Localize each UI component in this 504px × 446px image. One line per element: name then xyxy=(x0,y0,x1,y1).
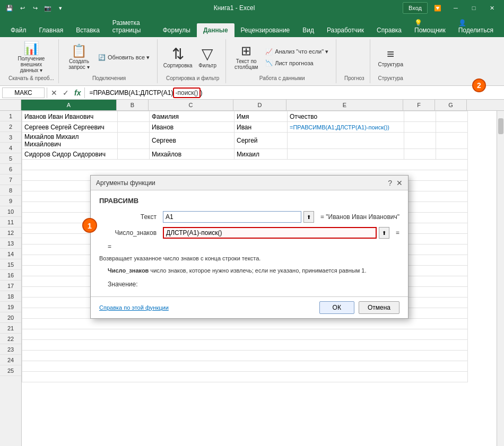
filter-button[interactable]: ▽ Фильтр xyxy=(194,41,221,73)
cell-g2[interactable] xyxy=(436,122,468,133)
maximize-button[interactable]: □ xyxy=(466,3,482,13)
table-row: Сидоров Сидор Сидорович Михайлов Михаил xyxy=(22,149,468,160)
cell-b1[interactable] xyxy=(118,111,150,122)
table-row xyxy=(22,329,468,340)
dialog-param-name: Число_знаков xyxy=(108,267,149,274)
col-header-c[interactable]: C xyxy=(149,100,233,110)
row-header-7: 7 xyxy=(0,174,21,185)
cell-f4[interactable] xyxy=(404,149,436,160)
share-button[interactable]: 👤 Поделиться xyxy=(452,16,500,37)
tab-insert[interactable]: Вставка xyxy=(69,23,106,37)
undo-icon[interactable]: ↩ xyxy=(17,3,28,13)
cell-e4[interactable] xyxy=(288,149,404,160)
save-icon[interactable]: 💾 xyxy=(4,3,15,13)
tab-formulas[interactable]: Формулы xyxy=(157,23,197,37)
confirm-formula-button[interactable]: ✓ xyxy=(61,89,71,97)
row-header-3: 3 xyxy=(0,132,21,143)
col-header-e[interactable]: E xyxy=(286,100,403,110)
cell-d3[interactable]: Сергей xyxy=(234,133,288,149)
redo-icon[interactable]: ↪ xyxy=(30,3,40,13)
dialog-help-icon[interactable]: ? xyxy=(388,179,392,187)
cell-f1[interactable] xyxy=(404,111,436,122)
text-to-columns-button[interactable]: ⊞ Текст по столбцам xyxy=(232,41,260,73)
cell-g1[interactable] xyxy=(436,111,468,122)
col-header-g[interactable]: G xyxy=(435,100,467,110)
minimize-button[interactable]: ─ xyxy=(448,3,464,13)
cell-a4[interactable]: Сидоров Сидор Сидорович xyxy=(22,149,118,160)
get-external-data-button[interactable]: 📊 Получение внешних данных ▾ xyxy=(18,41,45,73)
row-header-8: 8 xyxy=(0,185,21,196)
row-header-18: 18 xyxy=(0,291,21,302)
tab-file[interactable]: Файл xyxy=(4,23,33,37)
formula-bar: ✕ ✓ fx =ПРАВСИМВ(А1;ДЛСТР(А1)-поиск()) 2 xyxy=(0,86,504,100)
insert-function-button[interactable]: fx xyxy=(73,89,82,97)
cell-a2[interactable]: Сергеев Сергей Сергеевич xyxy=(22,122,118,133)
dialog-chars-result: = xyxy=(396,229,399,237)
cell-f2[interactable] xyxy=(404,122,436,133)
cell-e1[interactable]: Отчество xyxy=(288,111,404,122)
col-header-a[interactable]: A xyxy=(21,100,117,110)
cell-e2[interactable]: =ПРАВСИМВ(А1;ДЛСТР(А1)-поиск()) xyxy=(288,122,404,133)
col-header-d[interactable]: D xyxy=(233,100,286,110)
name-box[interactable] xyxy=(2,88,45,98)
dialog-text-input[interactable] xyxy=(163,211,301,223)
what-if-button[interactable]: 📈 Анализ "что если" ▾ xyxy=(262,47,332,57)
cell-b4[interactable] xyxy=(118,149,150,160)
col-header-b[interactable]: B xyxy=(117,100,149,110)
dialog-close-icon[interactable]: ✕ xyxy=(396,179,403,187)
cell-d4[interactable]: Михаил xyxy=(234,149,288,160)
forecast-sheet-button[interactable]: 📉 Лист прогноза xyxy=(262,58,332,68)
tab-assistant[interactable]: 💡 Помощник xyxy=(408,16,452,37)
cell-d1[interactable]: Имя xyxy=(234,111,288,122)
cell-e3[interactable] xyxy=(288,133,404,149)
row-header-9: 9 xyxy=(0,196,21,206)
tab-home[interactable]: Главная xyxy=(33,23,70,37)
dialog-chars-input[interactable] xyxy=(163,227,377,239)
cancel-formula-button[interactable]: ✕ xyxy=(49,89,59,97)
dialog-text-collapse-btn[interactable]: ⬆ xyxy=(303,211,314,223)
autosave-icon[interactable]: 📷 xyxy=(42,3,53,13)
dialog-cancel-button[interactable]: Отмена xyxy=(359,301,399,314)
cell-c3[interactable]: Сергеев xyxy=(150,133,234,149)
dropdown-icon[interactable]: ▾ xyxy=(55,3,66,13)
cell-g3[interactable] xyxy=(436,133,468,149)
col-header-f[interactable]: F xyxy=(403,100,435,110)
function-arguments-dialog[interactable]: Аргументы функции ? ✕ ПРАВСИМВ Текст ⬆ =… xyxy=(90,175,409,319)
cell-c1[interactable]: Фамилия xyxy=(150,111,234,122)
ribbon-collapse-button[interactable]: 🔽 xyxy=(430,3,446,13)
tab-view[interactable]: Вид xyxy=(296,23,320,37)
table-row xyxy=(22,372,468,382)
tab-data[interactable]: Данные xyxy=(197,23,234,37)
sort-button[interactable]: ⇅ Сортировка xyxy=(164,41,192,73)
title-bar-right: Вход 🔽 ─ □ ✕ xyxy=(403,2,500,14)
create-query-icon: 📋 xyxy=(71,45,87,57)
ribbon-tabs: Файл Главная Вставка Разметка страницы Ф… xyxy=(0,16,504,37)
dialog-help-link[interactable]: Справка по этой функции xyxy=(99,304,169,311)
cell-b3[interactable] xyxy=(118,133,150,149)
create-query-button[interactable]: 📋 Создать запрос ▾ xyxy=(65,41,93,73)
cell-c4[interactable]: Михайлов xyxy=(150,149,234,160)
cell-g4[interactable] xyxy=(436,149,468,160)
cell-f3[interactable] xyxy=(404,133,436,149)
cell-b2[interactable] xyxy=(118,122,150,133)
cell-c2[interactable]: Иванов xyxy=(150,122,234,133)
cell-a3[interactable]: Михайлов Михаил Михайлович xyxy=(22,133,118,149)
dialog-value-label: Значение: xyxy=(99,281,138,288)
row-header-10: 10 xyxy=(0,206,21,217)
close-button[interactable]: ✕ xyxy=(484,3,500,13)
cell-a1[interactable]: Иванов Иван Иванович xyxy=(22,111,118,122)
tab-help[interactable]: Справка xyxy=(370,23,408,37)
vertical-scrollbar[interactable] xyxy=(497,111,504,446)
formula-display[interactable]: =ПРАВСИМВ(А1;ДЛСТР(А1)-поиск()) 2 xyxy=(87,88,502,98)
structure-button[interactable]: ≡ Структура xyxy=(377,41,404,73)
group-structure-label: Структура xyxy=(378,74,403,81)
dialog-footer: Справка по этой функции ОК Отмена xyxy=(91,296,408,318)
refresh-all-button[interactable]: 🔄 Обновить все ▾ xyxy=(95,53,153,63)
tab-developer[interactable]: Разработчик xyxy=(320,23,370,37)
tab-review[interactable]: Рецензирование xyxy=(234,23,297,37)
login-button[interactable]: Вход xyxy=(403,2,428,14)
tab-page-layout[interactable]: Разметка страницы xyxy=(106,16,157,37)
dialog-ok-button[interactable]: ОК xyxy=(319,301,354,314)
cell-d2[interactable]: Иван xyxy=(234,122,288,133)
dialog-chars-collapse-btn[interactable]: ⬆ xyxy=(379,227,389,239)
